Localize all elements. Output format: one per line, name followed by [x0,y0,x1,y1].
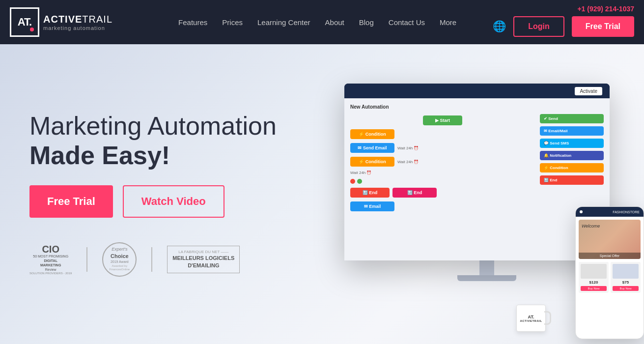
hero-image-area: Activate New Automation ▶ Start ⚡ Condit… [305,74,644,344]
wr-end-block: 🔚 End [540,175,604,185]
nav-learning-center[interactable]: Learning Center [257,18,310,27]
wf-wait2-label: Wait 24h ⏰ [397,160,419,164]
award-cio: CIO 50 MOST PROMISINGDIGITALMARKETINGRev… [29,244,72,275]
monitor-stand [479,260,494,275]
phone-product-2-btn[interactable]: Buy Now [613,286,639,291]
phone-number[interactable]: +1 (929) 214-1037 [577,5,634,13]
phone-welcome: Welcome [582,224,600,229]
phone-content: Welcome Special Offer $120 Buy Now $75 B… [576,217,644,296]
phone-dot [580,210,583,213]
wf-status-dots [350,179,362,184]
award-la-fabrique-text: LA FABRIQUE DU NET —— MEILLEURS LOGICIEL… [167,246,240,273]
phone-product-1-img [581,264,607,279]
wf-row-6: 🔚 End 🔚 End [350,188,535,198]
wf-email2-block: ✉ Email [350,201,394,211]
monitor-screen: Activate New Automation ▶ Start ⚡ Condit… [344,84,610,260]
award-separator-2 [151,247,152,272]
logo-sub: marketing automation [43,25,112,31]
nav-blog[interactable]: Blog [359,18,374,27]
wf-row-5 [350,179,535,184]
monitor-header-bar: Activate [344,84,610,98]
logo-brand-bold: ACTIVE [43,14,82,25]
phone-header: FASHIONSTORE [576,207,644,217]
logo-dot [30,28,34,31]
wf-condition2-block: ⚡ Condition [350,157,394,167]
wf-start-block: ▶ Start [423,115,462,125]
main-nav: Features Prices Learning Center About Bl… [142,18,493,27]
phone-brand: FASHIONSTORE [613,210,640,214]
phone-special-offer-label: Special Offer [579,253,641,259]
logo-brand-light: TRAIL [82,14,112,25]
logo-brand: ACTIVETRAIL [43,14,112,25]
award-experts-choice: Expert's Choice 2019 Award Awarded byFin… [102,242,137,277]
hero-title-line2: Made Easy! [29,141,170,170]
wf-wait3-label: Wait 24h ⏰ [350,171,372,175]
wf-dot-red [350,179,355,184]
logo-text: ACTIVETRAIL marketing automation [43,14,112,31]
award-experts-text: Expert's Choice 2019 Award Awarded byFin… [110,247,130,272]
mug-brand: ACTIVETRAIL [520,319,542,322]
phone-product-2-price: $75 [613,280,639,285]
mug: AT. ACTIVETRAIL [516,305,556,344]
award-cio-content: CIO 50 MOST PROMISINGDIGITALMARKETINGRev… [29,244,72,275]
wf-dot-green [357,179,362,184]
wr-notify-block: 🔔 Notification [540,151,604,160]
nav-features[interactable]: Features [178,18,207,27]
wr-send-block: ✔ Send [540,114,604,123]
phone-product-1-price: $120 [581,280,607,285]
header: AT. ACTIVETRAIL marketing automation Fea… [0,0,644,44]
phone-product-1: $120 Buy Now [579,262,609,293]
mug-logo-initials: AT. [520,315,542,319]
hero-free-trial-button[interactable]: Free Trial [29,185,113,218]
mug-logo: AT. ACTIVETRAIL [520,315,542,322]
monitor-base [457,275,516,281]
logo-initials: AT. [18,16,31,29]
workflow-title: New Automation [350,104,535,110]
phone-product-1-btn[interactable]: Buy Now [581,286,607,291]
nav-about[interactable]: About [325,18,344,27]
free-trial-nav-button[interactable]: Free Trial [572,16,634,37]
wf-wait-label: Wait 24h ⏰ [397,146,419,150]
hero-content: Marketing Automation Made Easy! Free Tri… [0,112,277,277]
mug-handle [544,311,551,325]
wf-row-4: Wait 24h ⏰ [350,171,535,175]
logo-box: AT. [10,7,39,37]
monitor-content: New Automation ▶ Start ⚡ Condition ✉ Sen… [344,98,610,260]
wf-row-2: ✉ Send Email Wait 24h ⏰ [350,143,535,153]
award-la-fabrique: LA FABRIQUE DU NET —— MEILLEURS LOGICIEL… [167,246,240,273]
wf-row-1: ⚡ Condition [350,129,535,139]
phone-product-2-img [613,264,639,279]
phone-banner: Welcome Special Offer [579,220,641,259]
wf-condition-block: ⚡ Condition [350,129,394,139]
nav-contact-us[interactable]: Contact Us [389,18,425,27]
award-separator-1 [86,247,87,272]
logo[interactable]: AT. ACTIVETRAIL marketing automation [10,7,112,37]
wr-sms-block: 💬 Send SMS [540,139,604,148]
wf-end-block: 🔚 End [350,188,390,198]
hero-watch-video-button[interactable]: Watch Video [123,185,224,218]
workflow-left: New Automation ▶ Start ⚡ Condition ✉ Sen… [350,104,535,255]
hero-section: Marketing Automation Made Easy! Free Tri… [0,44,644,344]
wf-email-block: ✉ Send Email [350,143,394,153]
wf-end2-block: 🔚 End [392,188,437,198]
phone-products: $120 Buy Now $75 Buy Now [579,262,641,293]
header-actions: 🌐 Login Free Trial [493,16,634,37]
award-experts-badge: Expert's Choice 2019 Award Awarded byFin… [102,242,137,277]
wr-condition-block: ⚡ Condition [540,163,604,172]
wf-row-3: ⚡ Condition Wait 24h ⏰ [350,157,535,167]
wf-row-7: ✉ Email [350,201,535,211]
mug-body: AT. ACTIVETRAIL [516,305,546,332]
activate-button[interactable]: Activate [575,87,602,95]
hero-title: Marketing Automation Made Easy! [29,112,277,171]
hero-title-line1: Marketing Automation [29,112,277,140]
nav-more[interactable]: More [440,18,456,27]
wr-email-block: ✉ Email/Mail [540,126,604,136]
hero-buttons: Free Trial Watch Video [29,185,277,218]
phone: FASHIONSTORE Welcome Special Offer $120 … [575,206,644,339]
awards: CIO 50 MOST PROMISINGDIGITALMARKETINGRev… [29,242,277,277]
globe-icon[interactable]: 🌐 [493,20,506,33]
login-button[interactable]: Login [513,16,564,37]
nav-prices[interactable]: Prices [222,18,243,27]
phone-product-2: $75 Buy Now [611,262,641,293]
